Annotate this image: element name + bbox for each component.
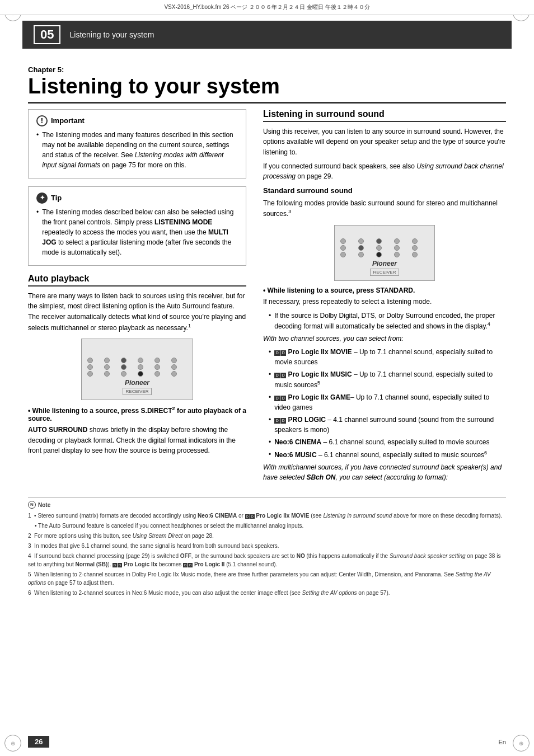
- dot-9: [121, 364, 127, 370]
- tip-title: ✦ Tip: [36, 192, 238, 204]
- rdot-11: [340, 252, 346, 257]
- receiver-image-left: Pioneer RECEIVER: [28, 339, 246, 400]
- page-footer: 26 En: [28, 736, 506, 748]
- standard-intro-text: The following modes provide basic surrou…: [263, 198, 506, 219]
- important-box: ! Important The listening modes and many…: [28, 109, 246, 179]
- dolby-note-icon-3: DD: [183, 563, 193, 567]
- note-sq-6: D: [188, 563, 193, 567]
- press-standard: • While listening to a source, press STA…: [263, 287, 506, 294]
- important-content: The listening modes and many features de…: [36, 130, 238, 170]
- footnote-2: 2: [172, 406, 175, 411]
- dolby-note-icon-2: DD: [113, 563, 122, 567]
- auto-playback-section: Auto playback There are many ways to lis…: [28, 274, 246, 456]
- item-4-text: Neo:6 CINEMA – 6.1 channel sound, especi…: [274, 437, 489, 447]
- rdot-12: [358, 252, 364, 257]
- dolby-icon-3: DD: [274, 418, 286, 424]
- receiver-label: RECEIVER: [123, 388, 152, 395]
- dot-3: [121, 358, 127, 363]
- left-column: ! Important The listening modes and many…: [28, 109, 246, 486]
- surround-intro-text: Using this receiver, you can listen to a…: [263, 126, 506, 158]
- tip-content: The listening modes described below can …: [36, 207, 238, 257]
- receiver-mockup-left: Pioneer RECEIVER: [81, 339, 193, 400]
- two-column-layout: ! Important The listening modes and many…: [28, 109, 506, 486]
- auto-playback-text: There are many ways to listen back to so…: [28, 291, 246, 333]
- note-label: Note: [38, 501, 50, 509]
- dot-6: [171, 358, 177, 363]
- chapter-label: Chapter 5:: [28, 65, 506, 74]
- warning-icon: !: [36, 115, 48, 126]
- dot-11: [154, 364, 160, 370]
- right-column: Listening in surround sound Using this r…: [263, 109, 506, 486]
- note-6: 6 When listening to 2-channel sources in…: [28, 589, 506, 597]
- dot-5: [154, 358, 160, 363]
- if-necessary-text: If necessary, press repeatedly to select…: [263, 297, 506, 307]
- en-label: En: [499, 739, 506, 745]
- page-title: Listening to your system: [28, 75, 506, 104]
- list-item-3: DD PRO LOGIC – 4.1 channel surround soun…: [269, 415, 506, 435]
- note-2: 2 For more options using this button, se…: [28, 532, 506, 540]
- rdot-10: [412, 245, 418, 251]
- dolby-note-icon-1: DD: [245, 514, 255, 519]
- tip-bullet: The listening modes described below can …: [36, 207, 238, 257]
- dolby-sq-3b: D: [280, 418, 286, 424]
- receiver-grid: [82, 353, 193, 379]
- multichannel-note: With multichannel sources, if you have c…: [263, 462, 506, 482]
- dolby-note: If the source is Dolby Digital, DTS, or …: [269, 311, 506, 331]
- dolby-note-item: If the source is Dolby Digital, DTS, or …: [269, 311, 506, 331]
- chapter-title-bar: Listening to your system: [69, 30, 154, 39]
- auto-playback-heading: Auto playback: [28, 274, 246, 287]
- note-title: N Note: [28, 501, 506, 509]
- standard-surround-intro: The following modes provide basic surrou…: [263, 198, 506, 219]
- tip-text: The listening modes described below can …: [42, 207, 238, 257]
- list-item-1: DD Pro Logic IIx MUSIC – Up to 7.1 chann…: [269, 369, 506, 390]
- note-3: 3 In modes that give 6.1 channel sound, …: [28, 542, 506, 550]
- receiver-label-right: RECEIVER: [370, 269, 400, 276]
- dot-16: [138, 371, 143, 377]
- big-chapter-heading: Chapter 5: Listening to your system: [28, 65, 506, 104]
- dot-18: [171, 371, 177, 377]
- item-0-text: DD Pro Logic IIx MOVIE – Up to 7.1 chann…: [274, 347, 506, 367]
- list-item-2: DD Pro Logic IIx GAME– Up to 7.1 channel…: [269, 392, 506, 412]
- tip-icon: ✦: [36, 192, 48, 204]
- dot-1: [87, 358, 93, 363]
- receiver-image-right: Pioneer RECEIVER: [263, 225, 506, 281]
- important-title: ! Important: [36, 115, 238, 126]
- rdot-4: [394, 238, 400, 244]
- if-necessary: If necessary, press repeatedly to select…: [263, 297, 506, 307]
- dolby-sq-0: D: [274, 350, 280, 356]
- tip-label: Tip: [51, 194, 62, 202]
- page-number: 26: [28, 736, 49, 748]
- corner-mark-br: ⊕: [513, 735, 530, 752]
- dolby-note-text: If the source is Dolby Digital, DTS, or …: [274, 311, 506, 331]
- list-item-5: Neo:6 MUSIC – 6.1 channel sound, especia…: [269, 449, 506, 460]
- item-3-text: DD PRO LOGIC – 4.1 channel surround soun…: [274, 415, 506, 435]
- receiver-brand: Pioneer: [125, 379, 149, 387]
- note-1: 1 • Stereo surround (matrix) formats are…: [28, 511, 506, 520]
- footnote-1: 1: [188, 323, 191, 328]
- dolby-sq-1: D: [274, 373, 280, 378]
- dot-2: [104, 358, 110, 363]
- important-label: Important: [51, 116, 85, 125]
- note-5: 5 When listening to 2-channel sources in…: [28, 570, 506, 587]
- note-sq-2: D: [250, 514, 255, 519]
- dolby-sq-2b: D: [280, 396, 286, 401]
- note-4: 4 If surround back channel processing (p…: [28, 552, 506, 569]
- item-5-text: Neo:6 MUSIC – 6.1 channel sound, especia…: [274, 449, 487, 460]
- chapter-number: 05: [34, 25, 60, 44]
- item-1-text: DD Pro Logic IIx MUSIC – Up to 7.1 chann…: [274, 369, 506, 390]
- dot-14: [104, 371, 110, 377]
- dolby-sq-1b: D: [280, 373, 286, 378]
- dot-13: [87, 371, 93, 377]
- main-content: Chapter 5: Listening to your system ! Im…: [28, 49, 506, 604]
- note-sq-1: D: [245, 514, 250, 519]
- note-icon: N: [28, 501, 36, 509]
- rdot-2: [358, 238, 364, 244]
- dolby-sq-2: D: [274, 396, 280, 401]
- note-section: N Note 1 • Stereo surround (matrix) form…: [28, 497, 506, 597]
- dolby-sq-0b: D: [280, 350, 286, 356]
- dot-15: [121, 371, 127, 377]
- auto-playback-press: • While listening to a source, press S.D…: [28, 406, 246, 422]
- rdot-7: [358, 245, 364, 251]
- dot-17: [154, 371, 160, 377]
- dolby-icon-1: DD: [274, 373, 286, 378]
